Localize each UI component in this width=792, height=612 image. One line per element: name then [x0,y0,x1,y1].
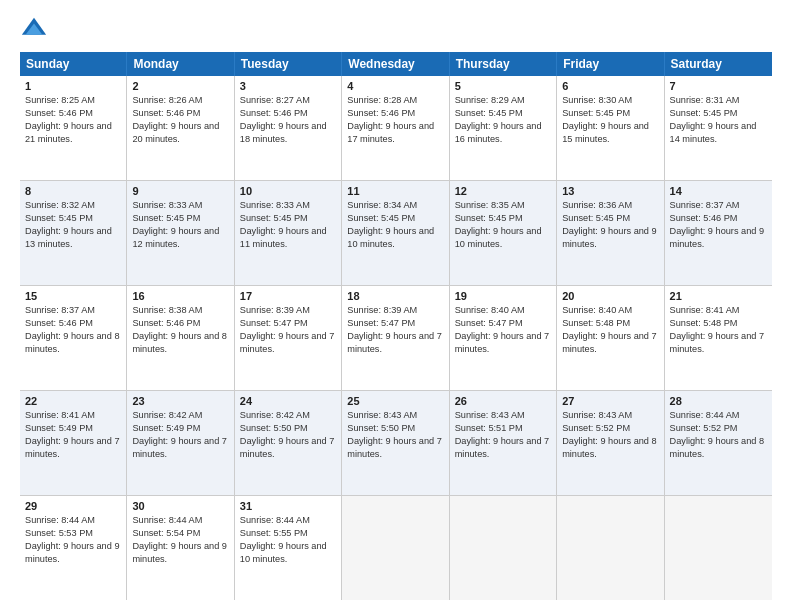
sunrise-label: Sunrise: 8:43 AM [347,410,417,420]
sunrise-label: Sunrise: 8:43 AM [455,410,525,420]
daylight-label: Daylight: 9 hours and 8 minutes. [25,331,120,354]
sunset-label: Sunset: 5:47 PM [455,318,523,328]
daylight-label: Daylight: 9 hours and 16 minutes. [455,121,542,144]
sunset-label: Sunset: 5:50 PM [240,423,308,433]
calendar-cell: 21 Sunrise: 8:41 AM Sunset: 5:48 PM Dayl… [665,286,772,390]
day-info: Sunrise: 8:44 AM Sunset: 5:55 PM Dayligh… [240,514,336,566]
day-number: 20 [562,290,658,302]
calendar-header-cell: Tuesday [235,52,342,76]
day-number: 9 [132,185,228,197]
day-number: 7 [670,80,767,92]
day-info: Sunrise: 8:42 AM Sunset: 5:50 PM Dayligh… [240,409,336,461]
calendar-cell: 15 Sunrise: 8:37 AM Sunset: 5:46 PM Dayl… [20,286,127,390]
calendar-cell: 11 Sunrise: 8:34 AM Sunset: 5:45 PM Dayl… [342,181,449,285]
calendar-cell [557,496,664,600]
sunrise-label: Sunrise: 8:37 AM [25,305,95,315]
day-info: Sunrise: 8:26 AM Sunset: 5:46 PM Dayligh… [132,94,228,146]
calendar-cell [450,496,557,600]
calendar: SundayMondayTuesdayWednesdayThursdayFrid… [20,52,772,600]
page: SundayMondayTuesdayWednesdayThursdayFrid… [0,0,792,612]
calendar-row: 1 Sunrise: 8:25 AM Sunset: 5:46 PM Dayli… [20,76,772,181]
sunset-label: Sunset: 5:45 PM [562,213,630,223]
day-number: 6 [562,80,658,92]
day-number: 11 [347,185,443,197]
day-info: Sunrise: 8:37 AM Sunset: 5:46 PM Dayligh… [670,199,767,251]
calendar-cell [665,496,772,600]
sunset-label: Sunset: 5:47 PM [347,318,415,328]
day-info: Sunrise: 8:41 AM Sunset: 5:48 PM Dayligh… [670,304,767,356]
day-number: 17 [240,290,336,302]
sunrise-label: Sunrise: 8:36 AM [562,200,632,210]
day-info: Sunrise: 8:44 AM Sunset: 5:52 PM Dayligh… [670,409,767,461]
daylight-label: Daylight: 9 hours and 7 minutes. [455,436,550,459]
daylight-label: Daylight: 9 hours and 17 minutes. [347,121,434,144]
day-number: 23 [132,395,228,407]
day-number: 3 [240,80,336,92]
sunset-label: Sunset: 5:53 PM [25,528,93,538]
day-info: Sunrise: 8:38 AM Sunset: 5:46 PM Dayligh… [132,304,228,356]
daylight-label: Daylight: 9 hours and 20 minutes. [132,121,219,144]
calendar-cell: 12 Sunrise: 8:35 AM Sunset: 5:45 PM Dayl… [450,181,557,285]
sunset-label: Sunset: 5:45 PM [562,108,630,118]
day-number: 31 [240,500,336,512]
sunrise-label: Sunrise: 8:39 AM [347,305,417,315]
sunset-label: Sunset: 5:46 PM [347,108,415,118]
daylight-label: Daylight: 9 hours and 7 minutes. [562,331,657,354]
day-info: Sunrise: 8:33 AM Sunset: 5:45 PM Dayligh… [132,199,228,251]
day-info: Sunrise: 8:30 AM Sunset: 5:45 PM Dayligh… [562,94,658,146]
calendar-header: SundayMondayTuesdayWednesdayThursdayFrid… [20,52,772,76]
calendar-cell: 13 Sunrise: 8:36 AM Sunset: 5:45 PM Dayl… [557,181,664,285]
day-info: Sunrise: 8:44 AM Sunset: 5:53 PM Dayligh… [25,514,121,566]
calendar-header-cell: Thursday [450,52,557,76]
day-info: Sunrise: 8:32 AM Sunset: 5:45 PM Dayligh… [25,199,121,251]
day-number: 13 [562,185,658,197]
sunrise-label: Sunrise: 8:25 AM [25,95,95,105]
day-number: 1 [25,80,121,92]
day-info: Sunrise: 8:35 AM Sunset: 5:45 PM Dayligh… [455,199,551,251]
calendar-row: 15 Sunrise: 8:37 AM Sunset: 5:46 PM Dayl… [20,286,772,391]
daylight-label: Daylight: 9 hours and 7 minutes. [455,331,550,354]
sunrise-label: Sunrise: 8:41 AM [25,410,95,420]
calendar-row: 22 Sunrise: 8:41 AM Sunset: 5:49 PM Dayl… [20,391,772,496]
sunrise-label: Sunrise: 8:37 AM [670,200,740,210]
day-number: 21 [670,290,767,302]
sunrise-label: Sunrise: 8:32 AM [25,200,95,210]
day-number: 10 [240,185,336,197]
sunset-label: Sunset: 5:46 PM [25,108,93,118]
logo [20,16,52,44]
day-info: Sunrise: 8:42 AM Sunset: 5:49 PM Dayligh… [132,409,228,461]
sunset-label: Sunset: 5:47 PM [240,318,308,328]
day-info: Sunrise: 8:28 AM Sunset: 5:46 PM Dayligh… [347,94,443,146]
calendar-cell: 14 Sunrise: 8:37 AM Sunset: 5:46 PM Dayl… [665,181,772,285]
day-number: 14 [670,185,767,197]
calendar-cell: 10 Sunrise: 8:33 AM Sunset: 5:45 PM Dayl… [235,181,342,285]
day-number: 5 [455,80,551,92]
day-info: Sunrise: 8:31 AM Sunset: 5:45 PM Dayligh… [670,94,767,146]
daylight-label: Daylight: 9 hours and 11 minutes. [240,226,327,249]
sunset-label: Sunset: 5:52 PM [670,423,738,433]
sunrise-label: Sunrise: 8:40 AM [455,305,525,315]
daylight-label: Daylight: 9 hours and 9 minutes. [670,226,765,249]
day-info: Sunrise: 8:34 AM Sunset: 5:45 PM Dayligh… [347,199,443,251]
calendar-cell: 4 Sunrise: 8:28 AM Sunset: 5:46 PM Dayli… [342,76,449,180]
daylight-label: Daylight: 9 hours and 7 minutes. [132,436,227,459]
sunrise-label: Sunrise: 8:43 AM [562,410,632,420]
daylight-label: Daylight: 9 hours and 9 minutes. [25,541,120,564]
calendar-header-cell: Sunday [20,52,127,76]
calendar-cell: 5 Sunrise: 8:29 AM Sunset: 5:45 PM Dayli… [450,76,557,180]
day-info: Sunrise: 8:43 AM Sunset: 5:50 PM Dayligh… [347,409,443,461]
day-info: Sunrise: 8:43 AM Sunset: 5:52 PM Dayligh… [562,409,658,461]
day-number: 28 [670,395,767,407]
day-number: 15 [25,290,121,302]
calendar-cell: 19 Sunrise: 8:40 AM Sunset: 5:47 PM Dayl… [450,286,557,390]
calendar-cell: 26 Sunrise: 8:43 AM Sunset: 5:51 PM Dayl… [450,391,557,495]
calendar-cell [342,496,449,600]
daylight-label: Daylight: 9 hours and 13 minutes. [25,226,112,249]
sunrise-label: Sunrise: 8:33 AM [240,200,310,210]
day-number: 8 [25,185,121,197]
sunset-label: Sunset: 5:45 PM [670,108,738,118]
day-number: 19 [455,290,551,302]
sunset-label: Sunset: 5:52 PM [562,423,630,433]
day-number: 12 [455,185,551,197]
day-number: 16 [132,290,228,302]
